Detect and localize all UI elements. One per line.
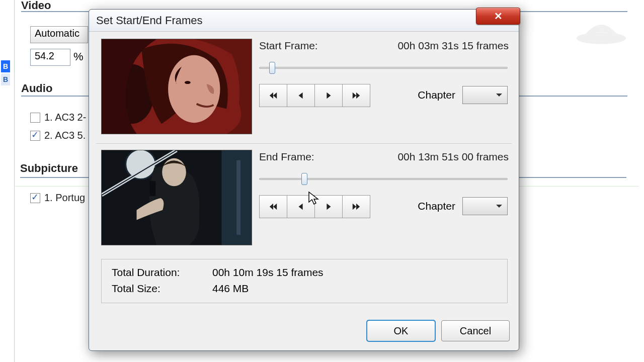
end-frame-value: 00h 13m 51s 00 frames xyxy=(397,151,509,163)
total-duration-label: Total Duration: xyxy=(112,264,212,281)
fast-rewind-icon xyxy=(269,91,278,100)
total-duration-value: 00h 10m 19s 15 frames xyxy=(212,264,324,281)
slider-thumb[interactable] xyxy=(269,62,275,74)
end-fast-forward-button[interactable] xyxy=(342,195,370,218)
subpicture-item-1-label: 1. Portug xyxy=(44,192,85,204)
start-chapter-dropdown[interactable] xyxy=(462,86,508,104)
svg-point-0 xyxy=(577,32,626,44)
watermark-logo xyxy=(569,10,634,45)
end-fast-rewind-button[interactable] xyxy=(259,195,287,218)
divider xyxy=(96,143,512,144)
start-frame-row: Start Frame: 00h 03m 31s 15 frames Chapt… xyxy=(95,37,513,142)
audio-item-1-checkbox[interactable] xyxy=(30,113,40,123)
play-icon xyxy=(324,91,333,100)
step-back-icon xyxy=(296,202,305,211)
svg-rect-11 xyxy=(149,181,155,196)
audio-item-2-label: 2. AC3 5. xyxy=(44,130,86,141)
percent-input[interactable]: 54.2 xyxy=(30,49,70,66)
end-chapter-dropdown[interactable] xyxy=(462,197,508,215)
total-size-label: Total Size: xyxy=(112,281,212,297)
mode-dropdown[interactable]: Automatic xyxy=(30,26,88,43)
end-step-back-button[interactable] xyxy=(287,195,315,218)
end-frame-row: End Frame: 00h 13m 51s 00 frames Chapter xyxy=(95,148,513,253)
percent-label: % xyxy=(73,50,84,63)
close-icon: ✕ xyxy=(494,10,503,22)
dialog-titlebar[interactable]: Set Start/End Frames xyxy=(89,10,519,32)
slider-thumb[interactable] xyxy=(301,173,307,185)
svg-rect-12 xyxy=(236,160,240,235)
start-frame-thumbnail xyxy=(101,39,252,134)
end-frame-label: End Frame: xyxy=(259,151,314,163)
play-icon xyxy=(324,202,333,211)
end-frame-slider[interactable] xyxy=(259,173,508,185)
start-chapter-label: Chapter xyxy=(418,89,455,101)
badge-b-inactive: B xyxy=(1,73,10,85)
cancel-button[interactable]: Cancel xyxy=(441,320,510,341)
audio-item-1-label: 1. AC3 2- xyxy=(44,112,86,123)
close-button[interactable]: ✕ xyxy=(476,8,520,25)
start-fast-forward-button[interactable] xyxy=(342,84,370,107)
ok-button[interactable]: OK xyxy=(367,320,435,341)
start-frame-label: Start Frame: xyxy=(259,40,318,52)
svg-point-5 xyxy=(185,81,191,84)
step-back-icon xyxy=(296,91,305,100)
totals-panel: Total Duration: 00h 10m 19s 15 frames To… xyxy=(101,259,508,303)
start-frame-value: 00h 03m 31s 15 frames xyxy=(397,40,509,52)
audio-section-header: Audio xyxy=(21,82,52,95)
end-chapter-label: Chapter xyxy=(418,200,455,212)
video-section-header: Video xyxy=(21,0,51,12)
badge-b-active: B xyxy=(1,60,10,72)
subpicture-section-header: Subpicture xyxy=(20,162,78,175)
fast-forward-icon xyxy=(352,202,361,211)
total-size-value: 446 MB xyxy=(212,281,249,297)
start-fast-rewind-button[interactable] xyxy=(259,84,287,107)
fast-rewind-icon xyxy=(269,202,278,211)
start-step-back-button[interactable] xyxy=(287,84,315,107)
start-frame-slider[interactable] xyxy=(259,62,508,74)
subpicture-item-1-checkbox[interactable] xyxy=(30,193,40,203)
audio-item-2-checkbox[interactable] xyxy=(30,131,40,141)
end-frame-thumbnail xyxy=(101,150,252,245)
set-frames-dialog: Set Start/End Frames ✕ xyxy=(89,9,519,351)
start-play-button[interactable] xyxy=(314,84,343,107)
end-play-button[interactable] xyxy=(314,195,343,218)
dialog-title: Set Start/End Frames xyxy=(96,14,203,27)
fast-forward-icon xyxy=(352,91,361,100)
